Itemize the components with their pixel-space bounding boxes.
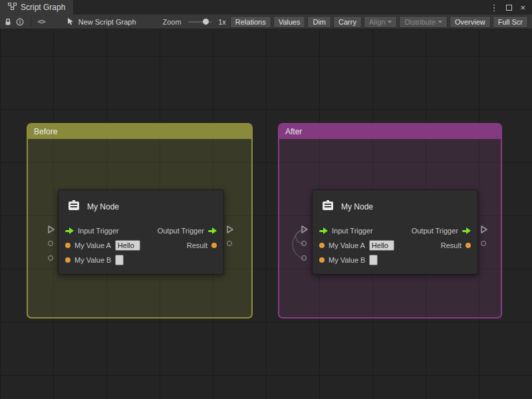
unity-graph-window: Script Graph ⋮ × <> (0, 0, 532, 399)
value-input-port[interactable] (65, 257, 70, 263)
node-icon (67, 199, 80, 215)
group-title[interactable]: After (279, 124, 501, 139)
graph-canvas[interactable]: Before My Node (0, 29, 532, 399)
outer-value-output-port[interactable] (481, 241, 486, 246)
dim-button[interactable]: Dim (307, 16, 331, 28)
node-title: My Node (341, 202, 373, 211)
graph-selector[interactable]: New Script Graph (66, 17, 136, 27)
zoom-slider-knob[interactable] (203, 19, 209, 25)
chevron-down-icon (438, 21, 442, 23)
tab-script-graph[interactable]: Script Graph (0, 0, 73, 15)
chevron-down-icon (388, 21, 392, 23)
flow-output-port[interactable] (208, 227, 217, 234)
port-row: Input Trigger Output Trigger (313, 223, 477, 238)
group-title[interactable]: Before (28, 124, 251, 139)
outer-flow-input-port[interactable] (301, 225, 308, 233)
value-b-field[interactable] (115, 255, 124, 265)
value-input-port[interactable] (319, 257, 325, 263)
info-icon[interactable] (16, 16, 24, 28)
node-header: My Node (59, 190, 223, 223)
group-before[interactable]: Before My Node (27, 123, 253, 319)
outer-value-input-port[interactable] (301, 255, 307, 261)
value-output-port[interactable] (466, 243, 471, 248)
graph-name: New Script Graph (78, 18, 136, 26)
close-icon[interactable]: × (520, 3, 525, 13)
zoom-slider[interactable] (188, 18, 212, 26)
kebab-menu-icon[interactable]: ⋮ (489, 3, 498, 13)
value-input-port[interactable] (65, 243, 70, 248)
port-row: My Value A Result (313, 238, 477, 253)
node-header: My Node (313, 190, 477, 223)
code-icon[interactable]: <> (37, 16, 45, 28)
value-b-field[interactable] (369, 255, 378, 265)
values-button[interactable]: Values (273, 16, 306, 28)
full-screen-button[interactable]: Full Scr (493, 16, 528, 28)
lock-icon[interactable] (4, 16, 12, 28)
flow-output-port[interactable] (462, 227, 471, 234)
outer-flow-output-port[interactable] (481, 225, 487, 233)
toolbar-buttons: Relations Values Dim Carry Align Distrib… (230, 16, 528, 28)
node-my-node-before[interactable]: My Node Input Trigger Output Trigger (58, 190, 224, 275)
script-graph-icon (8, 3, 17, 12)
maximize-icon[interactable] (506, 5, 512, 11)
align-button: Align (364, 16, 397, 28)
tab-title: Script Graph (21, 3, 65, 12)
value-a-field[interactable] (369, 240, 394, 251)
value-output-port[interactable] (211, 243, 217, 248)
tab-bar: Script Graph ⋮ × (0, 0, 532, 15)
distribute-button: Distribute (399, 16, 447, 28)
group-after[interactable]: After My Node (278, 123, 502, 319)
outer-flow-input-port[interactable] (48, 225, 55, 233)
zoom-value: 1x (218, 18, 226, 26)
flow-input-port[interactable] (65, 227, 74, 234)
carry-button[interactable]: Carry (333, 16, 362, 28)
node-my-node-after[interactable]: My Node Input Trigger Output Trigger (312, 190, 478, 275)
overview-button[interactable]: Overview (450, 16, 491, 28)
node-icon (321, 199, 334, 215)
window-controls: ⋮ × (489, 0, 532, 15)
port-row: My Value A Result (59, 238, 223, 253)
graph-toolbar: <> New Script Graph Zoom 1x Relations Va… (0, 15, 532, 29)
relations-button[interactable]: Relations (230, 16, 271, 28)
value-input-port[interactable] (319, 243, 325, 248)
outer-value-input-port[interactable] (48, 241, 53, 246)
node-title: My Node (87, 202, 119, 211)
zoom-label: Zoom (163, 18, 182, 26)
port-row: My Value B (59, 253, 223, 267)
outer-flow-output-port[interactable] (227, 225, 233, 233)
value-a-field[interactable] (115, 240, 140, 251)
port-row: My Value B (313, 253, 477, 267)
port-row: Input Trigger Output Trigger (59, 223, 223, 238)
graph-pointer-icon (66, 17, 74, 27)
outer-value-input-port[interactable] (48, 255, 53, 261)
outer-value-input-port[interactable] (301, 241, 307, 246)
outer-value-output-port[interactable] (227, 241, 232, 246)
flow-input-port[interactable] (319, 227, 328, 234)
